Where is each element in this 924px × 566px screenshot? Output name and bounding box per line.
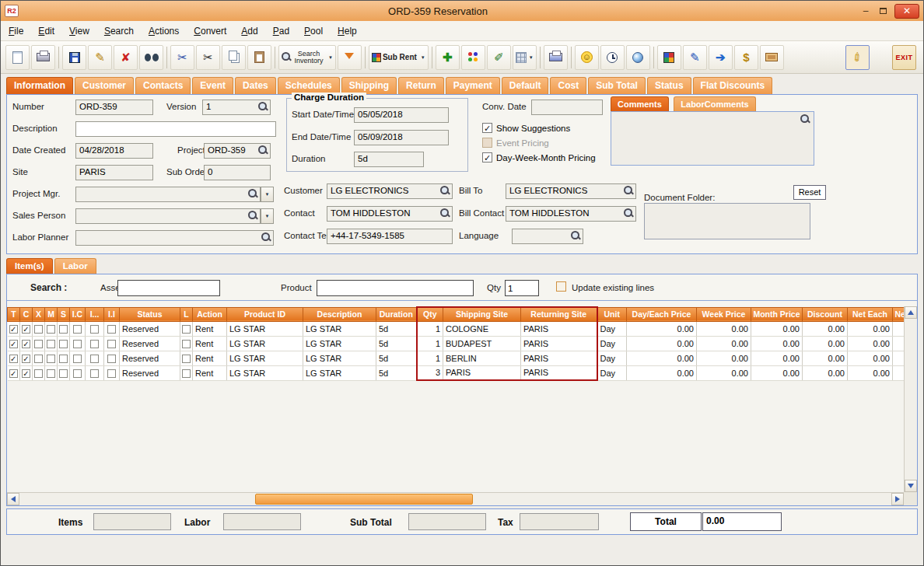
tab-payment[interactable]: Payment — [446, 77, 500, 94]
check-cell[interactable] — [33, 321, 45, 336]
row-checkbox[interactable] — [90, 325, 99, 334]
col-returning-site[interactable]: Returning Site — [521, 307, 597, 321]
project-mgr-dropdown-button[interactable]: ▼ — [261, 187, 274, 202]
check-cell[interactable]: ✓ — [8, 365, 20, 380]
row-checkbox[interactable] — [73, 325, 82, 334]
start-date-field[interactable]: 05/05/2018 — [354, 107, 449, 123]
bill-contact-field[interactable]: TOM HIDDLESTON — [506, 206, 636, 222]
cell-returning-site[interactable]: PARIS — [521, 351, 597, 365]
row-checkbox[interactable]: ✓ — [9, 340, 18, 348]
check-cell[interactable]: ✓ — [20, 321, 33, 336]
new-button[interactable] — [5, 45, 30, 70]
row-checkbox[interactable] — [73, 369, 82, 378]
cut-button[interactable]: ✂ — [196, 45, 220, 70]
scroll-up-button[interactable] — [905, 306, 917, 319]
language-field[interactable] — [512, 229, 583, 244]
cube-button[interactable] — [657, 45, 681, 70]
menu-add[interactable]: Add — [241, 26, 257, 37]
cell-discount[interactable]: 0.00 — [803, 365, 848, 380]
tab-cost[interactable]: Cost — [550, 77, 586, 94]
pad-button[interactable]: ▼ — [513, 45, 537, 70]
comments-textarea[interactable] — [611, 111, 814, 166]
cell-qty[interactable]: 3 — [417, 365, 443, 380]
conv-date-field[interactable] — [531, 100, 603, 115]
find-button[interactable] — [139, 45, 163, 70]
cell-day-each-price[interactable]: 0.00 — [627, 336, 697, 351]
items-total-field[interactable] — [93, 513, 171, 530]
event-pricing-checkbox[interactable]: Event Pricing — [482, 138, 549, 148]
cell-month-price[interactable]: 0.00 — [751, 321, 803, 336]
project-mgr-field[interactable] — [75, 187, 261, 202]
row-checkbox[interactable] — [73, 355, 82, 363]
cell-description[interactable]: LG STAR — [303, 351, 376, 365]
row-checkbox[interactable]: ✓ — [22, 340, 30, 348]
row-checkbox[interactable] — [107, 369, 116, 378]
dropdown-caret-icon[interactable]: ▼ — [529, 55, 534, 60]
check-cell[interactable] — [86, 365, 104, 380]
check-cell[interactable]: ✓ — [20, 365, 33, 380]
col-l[interactable]: L — [180, 307, 193, 321]
cell-l-check[interactable] — [180, 351, 193, 365]
titlebar[interactable]: R2 ORD-359 Reservation – ✕ — [1, 1, 923, 21]
day-week-month-checkbox[interactable]: ✓ Day-Week-Month Pricing — [482, 152, 596, 162]
check-cell[interactable] — [104, 321, 120, 336]
cell-week-price[interactable]: 0.00 — [697, 365, 751, 380]
check-cell[interactable] — [86, 321, 104, 336]
cell-net-each[interactable]: 0.00 — [848, 321, 893, 336]
bill-to-field[interactable]: LG ELECTRONICS — [506, 183, 636, 199]
col-shipping-site[interactable]: Shipping Site — [443, 307, 521, 321]
scroll-right-button[interactable] — [891, 493, 904, 505]
row-checkbox[interactable] — [34, 325, 43, 334]
check-cell[interactable]: ✓ — [8, 351, 20, 365]
row-checkbox[interactable] — [59, 369, 68, 378]
menu-edit[interactable]: Edit — [38, 26, 54, 37]
cell-l-check[interactable] — [180, 336, 193, 351]
cell-description[interactable]: LG STAR — [303, 336, 376, 351]
cell-week-price[interactable]: 0.00 — [697, 321, 751, 336]
cell-l-check[interactable] — [180, 321, 193, 336]
description-field[interactable] — [75, 121, 276, 137]
scrollbar-thumb[interactable] — [255, 494, 473, 505]
row-checkbox[interactable]: ✓ — [22, 325, 30, 334]
row-checkbox[interactable]: ✓ — [9, 355, 18, 363]
tab-schedules[interactable]: Schedules — [278, 77, 340, 94]
table-row[interactable]: ✓✓ReservedRentLG STARLG STAR5d1BERLINPAR… — [8, 351, 905, 365]
labor-total-field[interactable] — [223, 513, 301, 530]
tab-event[interactable]: Event — [192, 77, 233, 94]
cell-action[interactable]: Rent — [193, 321, 227, 336]
cell-net-each[interactable]: 0.00 — [848, 336, 893, 351]
site-field[interactable]: PARIS — [75, 165, 153, 180]
check-cell[interactable] — [58, 336, 70, 351]
check-cell[interactable] — [70, 321, 86, 336]
menu-view[interactable]: View — [69, 26, 89, 37]
row-checkbox[interactable] — [47, 355, 55, 363]
add-line-button[interactable]: ✚ — [436, 45, 460, 70]
cell-duration[interactable]: 5d — [376, 336, 417, 351]
cell-status[interactable]: Reserved — [120, 321, 180, 336]
reset-button[interactable]: Reset — [793, 185, 826, 200]
tab-customer[interactable]: Customer — [75, 77, 134, 94]
cell-duration[interactable]: 5d — [376, 321, 417, 336]
menu-convert[interactable]: Convert — [194, 26, 226, 37]
col-c[interactable]: C — [20, 307, 33, 321]
row-checkbox[interactable] — [90, 369, 99, 378]
cell-week-price[interactable]: 0.00 — [697, 351, 751, 365]
pour-button[interactable] — [338, 45, 362, 70]
row-checkbox[interactable] — [59, 355, 68, 363]
table-row[interactable]: ✓✓ReservedRentLG STARLG STAR5d1COLOGNEPA… — [8, 321, 905, 336]
cell-product-id[interactable]: LG STAR — [227, 351, 303, 365]
cell-action[interactable]: Rent — [193, 336, 227, 351]
lookup-icon[interactable] — [248, 211, 258, 221]
check-cell[interactable]: ✓ — [8, 321, 20, 336]
cell-shipping-site[interactable]: BUDAPEST — [443, 336, 521, 351]
row-checkbox[interactable] — [182, 369, 191, 378]
lookup-icon[interactable] — [261, 232, 271, 243]
row-checkbox[interactable] — [34, 355, 43, 363]
exit-button[interactable]: EXIT — [892, 45, 916, 70]
subtotal-field[interactable] — [408, 513, 486, 530]
cell-qty[interactable]: 1 — [417, 321, 443, 336]
cell-day-each-price[interactable]: 0.00 — [627, 365, 697, 380]
report-button[interactable] — [544, 45, 568, 70]
tab-flat-discounts[interactable]: Flat Discounts — [693, 77, 773, 94]
cell-product-id[interactable]: LG STAR — [227, 336, 303, 351]
